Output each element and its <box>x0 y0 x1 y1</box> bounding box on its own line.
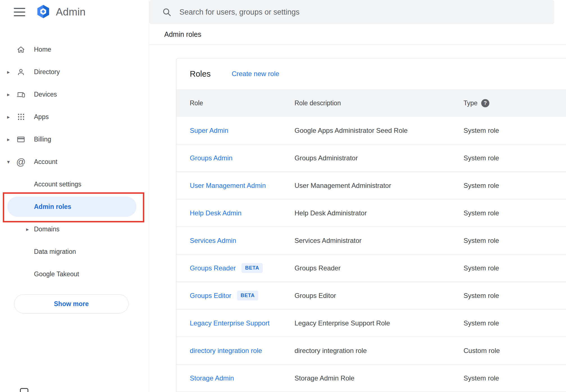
sidebar-item-google-takeout[interactable]: Google Takeout <box>0 263 149 285</box>
breadcrumb-row: Admin roles <box>149 24 566 45</box>
roles-title: Roles <box>190 69 211 79</box>
roles-card-header: Roles Create new role <box>176 58 566 89</box>
show-more-button[interactable]: Show more <box>14 294 129 313</box>
admin-logo[interactable]: Admin <box>36 4 86 20</box>
apps-grid-icon <box>17 112 25 122</box>
person-icon <box>17 67 25 77</box>
role-link[interactable]: Groups Reader <box>190 264 236 272</box>
sidebar-item-domains[interactable]: ▸ Domains <box>0 218 149 240</box>
credit-card-icon <box>17 135 25 144</box>
role-type-cell: System role <box>464 292 566 300</box>
role-cell: Groups Editor BETA <box>190 291 295 300</box>
role-table-row: Groups Reader BETA Groups Reader System … <box>176 254 566 282</box>
sidebar-item-directory[interactable]: ▸ Directory <box>0 61 149 83</box>
role-cell: directory integration role <box>190 347 295 355</box>
role-link[interactable]: Help Desk Admin <box>190 209 241 217</box>
sidebar-subitem-label: Google Takeout <box>34 270 79 278</box>
role-table-row: directory integration role directory int… <box>176 337 566 364</box>
role-link[interactable]: directory integration role <box>190 347 262 355</box>
role-type-cell: System role <box>464 264 566 272</box>
column-header-type-label: Type <box>464 99 478 107</box>
at-sign-icon: @ <box>17 157 25 167</box>
sidebar-item-account[interactable]: ▾ @ Account <box>0 151 149 173</box>
create-new-role-link[interactable]: Create new role <box>232 70 279 78</box>
expand-caret-icon: ▸ <box>4 69 12 75</box>
sidebar-item-label: Account <box>34 158 57 166</box>
sidebar-item-admin-roles[interactable]: Admin roles <box>0 195 149 218</box>
role-cell: Super Admin <box>190 127 295 135</box>
sidebar-item-data-migration[interactable]: Data migration <box>0 240 149 263</box>
role-type-cell: System role <box>464 209 566 217</box>
role-table-row: User Management Admin User Management Ad… <box>176 172 566 199</box>
sidebar-nav: Home ▸ Directory ▸ Devices ▸ Apps ▸ Bill… <box>0 38 149 285</box>
search-icon <box>162 7 172 17</box>
role-description-cell: User Management Administrator <box>295 182 464 190</box>
role-description-cell: Storage Admin Role <box>295 374 464 382</box>
sidebar-item-label: Billing <box>34 136 51 143</box>
role-link[interactable]: Super Admin <box>190 127 228 135</box>
role-type-cell: System role <box>464 237 566 245</box>
content-area: Roles Create new role Role Role descript… <box>149 45 566 392</box>
role-link[interactable]: Groups Editor <box>190 292 231 300</box>
role-type-cell: System role <box>464 319 566 327</box>
role-description-cell: directory integration role <box>295 347 464 355</box>
role-description-cell: Google Apps Administrator Seed Role <box>295 127 464 135</box>
sidebar-subitem-label: Admin roles <box>34 203 71 211</box>
column-header-type: Type ? <box>464 99 566 107</box>
role-link[interactable]: Storage Admin <box>190 374 234 382</box>
role-type-cell: System role <box>464 374 566 382</box>
expand-caret-icon: ▸ <box>26 226 29 233</box>
role-link[interactable]: Legacy Enterprise Support <box>190 319 270 327</box>
sidebar-item-account-settings[interactable]: Account settings <box>0 173 149 195</box>
sidebar-item-billing[interactable]: ▸ Billing <box>0 128 149 151</box>
sidebar-item-apps[interactable]: ▸ Apps <box>0 106 149 128</box>
search-row <box>149 0 566 24</box>
role-table-row: Storage Admin Storage Admin Role System … <box>176 364 566 392</box>
role-link[interactable]: Groups Admin <box>190 154 232 162</box>
role-cell: User Management Admin <box>190 182 295 190</box>
role-cell: Groups Admin <box>190 154 295 162</box>
role-cell: Help Desk Admin <box>190 209 295 217</box>
role-type-cell: Custom role <box>464 347 566 355</box>
roles-card: Roles Create new role Role Role descript… <box>176 58 566 392</box>
expand-caret-icon: ▾ <box>4 159 12 165</box>
roles-table-body: Super Admin Google Apps Administrator Se… <box>176 117 566 392</box>
role-type-cell: System role <box>464 127 566 135</box>
search-bar[interactable] <box>149 0 554 24</box>
expand-caret-icon: ▸ <box>4 91 12 98</box>
help-icon[interactable]: ? <box>481 99 489 107</box>
sidebar-item-label: Home <box>34 46 51 53</box>
column-header-role: Role <box>190 99 295 107</box>
sidebar-item-home[interactable]: Home <box>0 38 149 61</box>
role-link[interactable]: Services Admin <box>190 237 236 245</box>
devices-icon <box>17 90 25 99</box>
sidebar-item-devices[interactable]: ▸ Devices <box>0 83 149 106</box>
sidebar-subitem-label: Data migration <box>34 248 76 256</box>
sidebar-header: Admin <box>0 0 149 24</box>
role-cell: Legacy Enterprise Support <box>190 319 295 327</box>
role-table-row: Legacy Enterprise Support Legacy Enterpr… <box>176 309 566 337</box>
sidebar-item-label: Devices <box>34 91 57 98</box>
role-cell: Groups Reader BETA <box>190 263 295 273</box>
home-icon <box>17 45 25 54</box>
product-name: Admin <box>56 6 86 18</box>
roles-table-header: Role Role description Type ? <box>176 89 566 117</box>
selected-pill <box>7 197 136 217</box>
expand-caret-icon: ▸ <box>4 136 12 143</box>
role-description-cell: Groups Editor <box>295 292 464 300</box>
role-type-cell: System role <box>464 154 566 162</box>
role-table-row: Help Desk Admin Help Desk Administrator … <box>176 199 566 227</box>
main-area: Admin roles Roles Create new role Role R… <box>149 0 566 392</box>
beta-badge: BETA <box>241 263 263 273</box>
menu-hamburger-icon[interactable] <box>14 8 26 17</box>
role-table-row: Services Admin Services Administrator Sy… <box>176 227 566 254</box>
role-type-cell: System role <box>464 182 566 190</box>
expand-caret-icon: ▸ <box>4 114 12 120</box>
role-table-row: Groups Editor BETA Groups Editor System … <box>176 282 566 309</box>
admin-hexagon-logo-icon <box>36 4 51 20</box>
search-input[interactable] <box>179 8 547 17</box>
column-header-role-description: Role description <box>295 99 464 107</box>
role-description-cell: Help Desk Administrator <box>295 209 464 217</box>
role-link[interactable]: User Management Admin <box>190 182 266 190</box>
breadcrumb: Admin roles <box>164 30 201 38</box>
